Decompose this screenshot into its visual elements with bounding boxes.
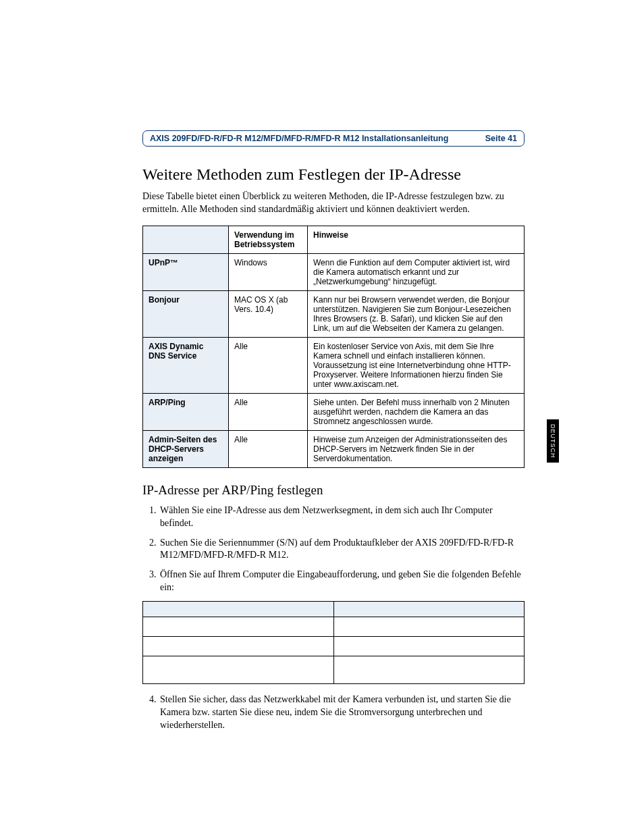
row-name: ARP/Ping xyxy=(143,393,229,430)
intro-paragraph: Diese Tabelle bietet einen Überblick zu … xyxy=(142,190,525,216)
row-os: Alle xyxy=(229,430,308,467)
table-row xyxy=(143,656,525,684)
list-item: Suchen Sie die Seriennummer (S/N) auf de… xyxy=(159,537,525,563)
list-item: Stellen Sie sicher, dass das Netzwerkkab… xyxy=(159,694,525,732)
subsection-heading: IP-Adresse per ARP/Ping festlegen xyxy=(142,483,525,498)
row-name: Admin-Seiten des DHCP-Servers anzeigen xyxy=(143,430,229,467)
page-content: AXIS 209FD/FD-R/FD-R M12/MFD/MFD-R/MFD-R… xyxy=(142,130,525,739)
language-tab-label: DEUTSCH xyxy=(549,424,556,459)
col-notes: Hinweise xyxy=(308,226,525,253)
language-tab: DEUTSCH xyxy=(547,419,559,463)
table-row: UPnP™ Windows Wenn die Funktion auf dem … xyxy=(143,253,525,290)
col-blank xyxy=(143,226,229,253)
row-notes: Hinweise zum Anzeigen der Administration… xyxy=(308,430,525,467)
page-number: Seite 41 xyxy=(485,134,517,143)
table-row: ARP/Ping Alle Siehe unten. Der Befehl mu… xyxy=(143,393,525,430)
row-notes: Wenn die Funktion auf dem Computer aktiv… xyxy=(308,253,525,290)
table-row: Bonjour MAC OS X (ab Vers. 10.4) Kann nu… xyxy=(143,290,525,337)
list-item: Öffnen Sie auf Ihrem Computer die Eingab… xyxy=(159,569,525,594)
row-notes: Siehe unten. Der Befehl muss innerhalb v… xyxy=(308,393,525,430)
commands-table xyxy=(142,601,525,684)
methods-table: Verwendung im Betriebssystem Hinweise UP… xyxy=(142,226,525,468)
row-os: MAC OS X (ab Vers. 10.4) xyxy=(229,290,308,337)
section-heading: Weitere Methoden zum Festlegen der IP-Ad… xyxy=(142,165,525,184)
row-notes: Kann nur bei Browsern verwendet werden, … xyxy=(308,290,525,337)
row-name: AXIS Dynamic DNS Service xyxy=(143,337,229,393)
col-os: Verwendung im Betriebssystem xyxy=(229,226,308,253)
table-row xyxy=(143,602,525,617)
row-os: Alle xyxy=(229,337,308,393)
row-notes: Ein kostenloser Service von Axis, mit de… xyxy=(308,337,525,393)
doc-title: AXIS 209FD/FD-R/FD-R M12/MFD/MFD-R/MFD-R… xyxy=(150,134,448,143)
row-name: UPnP™ xyxy=(143,253,229,290)
steps-list-cont: Stellen Sie sicher, dass das Netzwerkkab… xyxy=(142,694,525,732)
table-row xyxy=(143,637,525,656)
list-item: Wählen Sie eine IP-Adresse aus dem Netzw… xyxy=(159,504,525,530)
steps-list: Wählen Sie eine IP-Adresse aus dem Netzw… xyxy=(142,504,525,594)
table-row: AXIS Dynamic DNS Service Alle Ein kosten… xyxy=(143,337,525,393)
row-os: Alle xyxy=(229,393,308,430)
table-row: Admin-Seiten des DHCP-Servers anzeigen A… xyxy=(143,430,525,467)
table-row xyxy=(143,617,525,637)
page-header: AXIS 209FD/FD-R/FD-R M12/MFD/MFD-R/MFD-R… xyxy=(142,130,525,147)
row-name: Bonjour xyxy=(143,290,229,337)
row-os: Windows xyxy=(229,253,308,290)
